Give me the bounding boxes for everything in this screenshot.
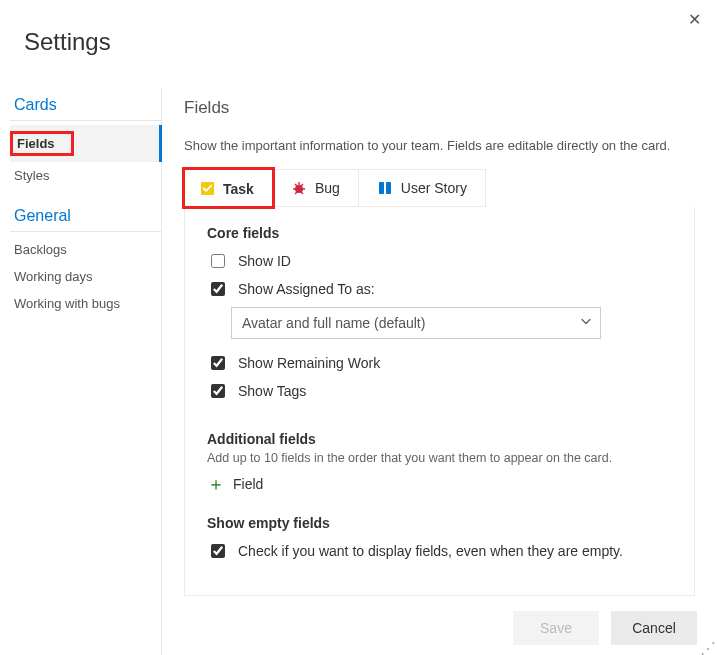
show-id-checkbox[interactable] (211, 254, 225, 268)
show-assigned-label: Show Assigned To as: (238, 281, 375, 297)
show-remaining-checkbox[interactable] (211, 356, 225, 370)
cancel-button[interactable]: Cancel (611, 611, 697, 645)
chevron-down-icon (580, 316, 592, 331)
panel-task: Core fields Show ID Show Assigned To as:… (184, 207, 695, 596)
assigned-select[interactable]: Avatar and full name (default) (231, 307, 601, 339)
sidebar-item-label: Working with bugs (14, 296, 120, 311)
story-icon (377, 180, 393, 196)
sidebar-item-fields[interactable]: Fields (10, 125, 162, 162)
sidebar: Cards Fields Styles General Backlogs Wor… (0, 88, 162, 655)
main-panel: Fields Show the important information to… (162, 88, 717, 655)
sidebar-item-styles[interactable]: Styles (10, 162, 161, 189)
sidebar-section-general: General (14, 207, 161, 225)
sidebar-item-working-days[interactable]: Working days (10, 263, 161, 290)
sidebar-item-label: Styles (14, 168, 49, 183)
add-field-button[interactable]: ＋ Field (207, 475, 672, 493)
tab-label: User Story (401, 180, 467, 196)
task-icon (199, 181, 215, 197)
show-assigned-row[interactable]: Show Assigned To as: (207, 279, 672, 299)
sidebar-item-working-bugs[interactable]: Working with bugs (10, 290, 161, 317)
footer: Save Cancel (513, 611, 697, 645)
tab-user-story[interactable]: User Story (358, 169, 486, 207)
main-description: Show the important information to your t… (184, 138, 695, 153)
main-heading: Fields (184, 98, 695, 118)
empty-checkbox[interactable] (211, 544, 225, 558)
core-fields-title: Core fields (207, 225, 672, 241)
tab-task[interactable]: Task (184, 169, 273, 207)
cancel-label: Cancel (632, 620, 676, 636)
additional-fields-subtitle: Add up to 10 fields in the order that yo… (207, 451, 672, 465)
plus-icon: ＋ (207, 475, 225, 493)
show-tags-row[interactable]: Show Tags (207, 381, 672, 401)
divider (10, 231, 161, 232)
empty-fields-title: Show empty fields (207, 515, 672, 531)
tab-bug[interactable]: Bug (272, 169, 359, 207)
show-assigned-checkbox[interactable] (211, 282, 225, 296)
bug-icon (291, 180, 307, 196)
highlight-box: Fields (10, 131, 74, 156)
show-remaining-row[interactable]: Show Remaining Work (207, 353, 672, 373)
add-field-label: Field (233, 476, 263, 492)
body: Cards Fields Styles General Backlogs Wor… (0, 88, 717, 655)
show-remaining-label: Show Remaining Work (238, 355, 380, 371)
page-title: Settings (24, 28, 717, 56)
svg-point-1 (295, 185, 303, 193)
save-button[interactable]: Save (513, 611, 599, 645)
show-tags-label: Show Tags (238, 383, 306, 399)
show-id-row[interactable]: Show ID (207, 251, 672, 271)
sidebar-section-cards: Cards (14, 96, 161, 114)
empty-check-label: Check if you want to display fields, eve… (238, 543, 623, 559)
additional-fields-title: Additional fields (207, 431, 672, 447)
svg-rect-3 (386, 182, 391, 194)
close-icon[interactable]: ✕ (688, 12, 701, 28)
show-id-label: Show ID (238, 253, 291, 269)
tab-label: Bug (315, 180, 340, 196)
empty-check-row[interactable]: Check if you want to display fields, eve… (207, 541, 672, 561)
tab-label: Task (223, 181, 254, 197)
show-tags-checkbox[interactable] (211, 384, 225, 398)
sidebar-item-label: Working days (14, 269, 93, 284)
save-label: Save (540, 620, 572, 636)
sidebar-item-label: Backlogs (14, 242, 67, 257)
tabs: Task Bug User Story (184, 169, 695, 207)
divider (10, 120, 161, 121)
svg-rect-2 (379, 182, 384, 194)
assigned-select-value: Avatar and full name (default) (242, 315, 425, 331)
sidebar-item-label: Fields (17, 136, 55, 151)
assigned-select-wrap: Avatar and full name (default) (231, 307, 672, 339)
sidebar-item-backlogs[interactable]: Backlogs (10, 236, 161, 263)
